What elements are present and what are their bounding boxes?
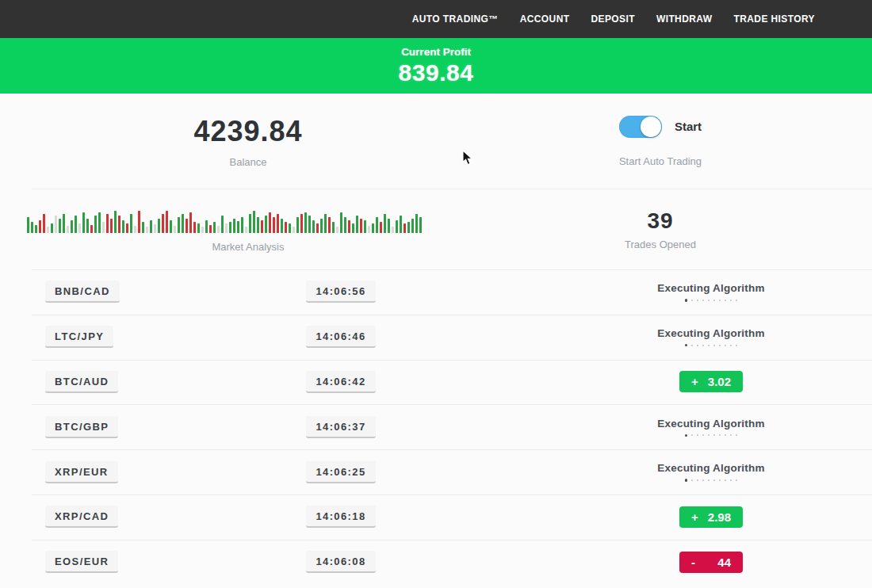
time-badge: 14:06:56 [306, 281, 375, 303]
nav-item-trade-history[interactable]: TRADE HISTORY [733, 13, 815, 25]
trades-opened-block: 39 Trades Opened [496, 189, 872, 269]
toggle-label: Start [675, 120, 702, 133]
toggle-knob-icon [641, 116, 661, 137]
trade-row: EOS/EUR14:06:08-44 [0, 540, 872, 585]
pair-badge: BNB/CAD [45, 281, 120, 303]
top-navbar: AUTO TRADING™ ACCOUNT DEPOSIT WITHDRAW T… [0, 0, 872, 38]
result-badge: +3.02 [679, 371, 743, 392]
balance-value: 4239.84 [193, 115, 302, 148]
trade-row: BNB/CAD14:06:56Executing Algorithm [0, 269, 872, 315]
nav-item-account[interactable]: ACCOUNT [520, 13, 570, 25]
executing-algorithm-label: Executing Algorithm [657, 327, 764, 339]
pair-badge: XRP/EUR [45, 461, 118, 483]
pair-badge: XRP/CAD [45, 506, 118, 528]
trade-row: LTC/JPY14:06:46Executing Algorithm [0, 315, 872, 360]
pair-badge: BTC/GBP [45, 416, 118, 438]
nav-item-withdraw[interactable]: WITHDRAW [656, 13, 713, 25]
current-profit-value: 839.84 [399, 59, 474, 86]
balance-caption: Balance [230, 156, 267, 168]
auto-trading-toggle[interactable] [619, 116, 662, 138]
executing-algorithm-label: Executing Algorithm [657, 462, 764, 474]
nav-item-auto-trading[interactable]: AUTO TRADING™ [412, 13, 499, 25]
current-profit-banner: Current Profit 839.84 [0, 38, 872, 94]
progress-dots [685, 299, 738, 302]
time-badge: 14:06:46 [306, 326, 375, 348]
executing-algorithm-label: Executing Algorithm [657, 282, 764, 294]
time-badge: 14:06:42 [306, 371, 375, 393]
auto-trading-caption: Start Auto Trading [619, 155, 702, 167]
trade-row: BTC/GBP14:06:37Executing Algorithm [0, 404, 872, 449]
pair-badge: LTC/JPY [45, 326, 113, 348]
balance-block: 4239.84 Balance [0, 94, 496, 189]
market-section: Market Analysis 39 Trades Opened [0, 189, 872, 269]
trade-row: XRP/CAD14:06:18+2.98 [0, 494, 872, 540]
progress-dots [685, 479, 738, 482]
trade-row: BTC/AUD14:06:42+3.02 [0, 360, 872, 405]
trades-opened-value: 39 [647, 208, 673, 234]
progress-dots [685, 434, 738, 437]
current-profit-label: Current Profit [401, 46, 471, 58]
result-badge: +2.98 [679, 506, 743, 528]
market-analysis-block: Market Analysis [0, 189, 496, 269]
pair-badge: BTC/AUD [45, 371, 118, 393]
trades-list: BNB/CAD14:06:56Executing AlgorithmLTC/JP… [0, 269, 872, 585]
time-badge: 14:06:37 [306, 416, 375, 438]
progress-dots [685, 344, 738, 347]
pair-badge: EOS/EUR [45, 551, 118, 573]
auto-trading-block: Start Start Auto Trading [496, 94, 872, 189]
time-badge: 14:06:08 [306, 551, 375, 573]
nav-item-deposit[interactable]: DEPOSIT [591, 13, 634, 25]
time-badge: 14:06:25 [306, 461, 375, 483]
trades-opened-caption: Trades Opened [625, 239, 696, 250]
market-analysis-caption: Market Analysis [212, 241, 284, 253]
market-analysis-chart [27, 206, 423, 233]
trade-row: XRP/EUR14:06:25Executing Algorithm [0, 449, 872, 494]
balance-section: 4239.84 Balance Start Start Auto Trading [0, 94, 872, 189]
result-badge: -44 [679, 552, 743, 573]
executing-algorithm-label: Executing Algorithm [657, 418, 764, 430]
time-badge: 14:06:18 [306, 506, 375, 528]
